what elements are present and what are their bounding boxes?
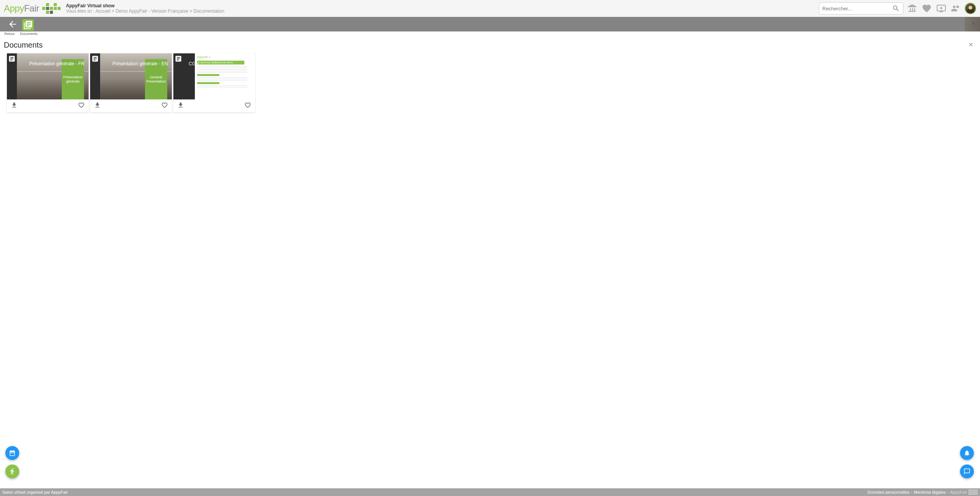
document-grid: Présentation générale - FR Présentation … <box>7 53 976 112</box>
show-name: AppyFair Virtual show <box>66 3 224 8</box>
document-card: CGV AppyFair ▪▪ CONDITIONS GÉNÉRALES DE … <box>173 53 255 112</box>
back-tab[interactable] <box>3 17 22 31</box>
breadcrumb-link-0[interactable]: Accueil <box>96 8 110 14</box>
calendar-fab[interactable] <box>5 446 19 460</box>
tab-label-retour: Retour <box>0 32 19 37</box>
download-button[interactable] <box>11 102 18 110</box>
footer-logo-icon <box>968 489 978 495</box>
avatar[interactable] <box>965 3 976 14</box>
logo-text-appy: Appy <box>4 3 24 13</box>
favorite-button[interactable] <box>78 102 85 110</box>
back-icon <box>8 19 18 29</box>
walk-icon <box>9 468 16 475</box>
panel-close-button[interactable] <box>968 41 975 48</box>
bell-icon <box>964 450 970 456</box>
document-card: Présentation générale - FR Présentation … <box>7 53 89 112</box>
heart-icon <box>161 102 168 109</box>
download-button[interactable] <box>94 102 101 110</box>
tab-label-documents: Documents <box>19 32 38 37</box>
tab-bar <box>0 17 980 31</box>
chat-icon <box>964 468 970 475</box>
breadcrumb-prefix: Vous êtes ici : <box>66 8 94 14</box>
documents-icon <box>23 20 33 30</box>
title-block: AppyFair Virtual show Vous êtes ici : Ac… <box>66 3 224 14</box>
favorite-button[interactable] <box>244 102 251 110</box>
document-preview: General Presentation <box>100 53 172 99</box>
breadcrumb: Vous êtes ici : Accueil > Demo AppyFair … <box>66 8 224 14</box>
doc-type-icon <box>8 55 16 63</box>
heart-icon <box>244 102 251 109</box>
document-thumb[interactable]: CGV AppyFair ▪▪ CONDITIONS GÉNÉRALES DE … <box>173 53 255 99</box>
footer-brand: AppyFair <box>950 490 967 494</box>
document-preview: AppyFair ▪▪ CONDITIONS GÉNÉRALES DE VENT… <box>195 53 255 99</box>
panel-title: Documents <box>4 41 976 50</box>
tab-labels: Retour Documents <box>0 31 980 37</box>
breadcrumb-link-2[interactable]: Documentation <box>193 8 224 14</box>
document-title: Présentation générale - EN <box>112 61 168 66</box>
logo-squares-icon <box>42 3 61 14</box>
logo[interactable]: AppyFair <box>4 3 61 14</box>
search-box[interactable] <box>819 2 903 15</box>
calendar-icon <box>9 450 16 456</box>
footer-link-legal[interactable]: Mentions légales <box>914 490 946 494</box>
exhibitors-icon[interactable] <box>906 3 918 14</box>
document-preview: Présentation générale <box>17 53 89 99</box>
header-right <box>819 2 976 15</box>
document-title: CGV <box>189 61 199 66</box>
search-icon[interactable] <box>892 5 900 12</box>
footer-link-privacy[interactable]: Données personnelles <box>868 490 909 494</box>
settings-group-icon[interactable] <box>950 3 962 14</box>
footer: Salon virtuel organisé par AppyFair Donn… <box>0 488 980 496</box>
download-button[interactable] <box>177 102 184 110</box>
tab-close-icon[interactable] <box>971 21 976 28</box>
preview-caption: CONDITIONS GÉNÉRALES DE VENTE <box>197 61 244 64</box>
documents-tab[interactable] <box>22 19 34 31</box>
heart-icon <box>78 102 85 109</box>
footer-left-text: Salon virtuel organisé par AppyFair <box>2 490 68 494</box>
document-title: Présentation générale - FR <box>29 61 84 66</box>
doc-type-icon <box>91 55 99 63</box>
document-actions <box>7 99 89 112</box>
document-thumb[interactable]: Présentation générale - FR Présentation … <box>7 53 89 99</box>
walk-fab[interactable] <box>5 465 19 478</box>
notifications-fab[interactable] <box>960 446 974 460</box>
documents-panel: Documents Présentation générale - FR Pré… <box>0 37 980 116</box>
screen-icon[interactable] <box>936 3 947 14</box>
download-icon <box>94 102 101 109</box>
close-icon <box>968 41 974 48</box>
document-actions <box>90 99 172 112</box>
document-thumb[interactable]: Présentation générale - EN General Prese… <box>90 53 172 99</box>
favorite-button[interactable] <box>161 102 168 110</box>
top-header: AppyFair AppyFair Virtual show Vous êtes… <box>0 0 980 17</box>
breadcrumb-link-1[interactable]: Demo AppyFair - Version Française <box>115 8 188 14</box>
doc-type-icon <box>175 55 182 63</box>
document-card: Présentation générale - EN General Prese… <box>90 53 172 112</box>
search-input[interactable] <box>822 6 892 12</box>
favorites-icon[interactable] <box>921 3 932 14</box>
chat-fab[interactable] <box>960 465 974 478</box>
logo-text-fair: Fair <box>24 3 39 13</box>
download-icon <box>177 102 184 109</box>
document-actions <box>173 99 255 112</box>
download-icon <box>11 102 18 109</box>
